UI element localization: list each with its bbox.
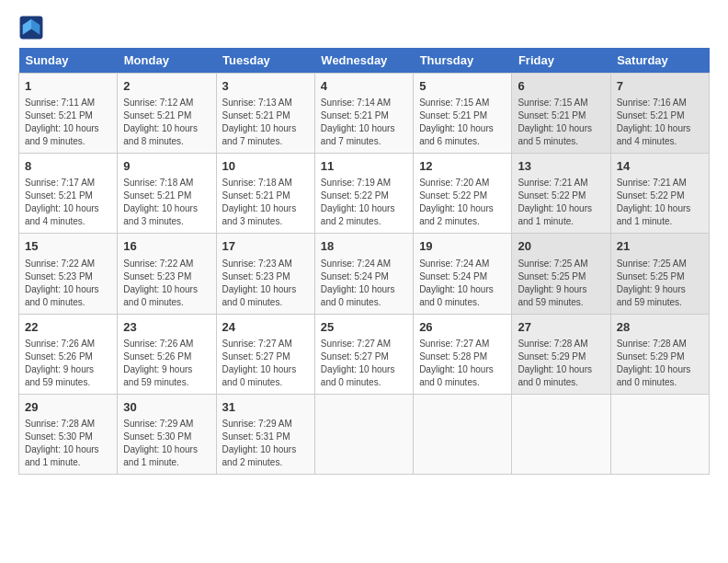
page-header bbox=[18, 15, 710, 40]
day-number: 30 bbox=[123, 399, 210, 416]
week-row-3: 15Sunrise: 7:22 AM Sunset: 5:23 PM Dayli… bbox=[19, 234, 710, 314]
week-row-2: 8Sunrise: 7:17 AM Sunset: 5:21 PM Daylig… bbox=[19, 154, 710, 234]
day-number: 26 bbox=[419, 319, 506, 336]
day-cell: 25Sunrise: 7:27 AM Sunset: 5:27 PM Dayli… bbox=[314, 314, 413, 394]
day-number: 20 bbox=[518, 238, 604, 255]
day-cell: 30Sunrise: 7:29 AM Sunset: 5:30 PM Dayli… bbox=[118, 394, 216, 474]
day-number: 7 bbox=[617, 78, 703, 95]
day-number: 29 bbox=[25, 399, 111, 416]
day-number: 3 bbox=[222, 78, 309, 95]
day-cell: 17Sunrise: 7:23 AM Sunset: 5:23 PM Dayli… bbox=[216, 234, 314, 314]
day-cell: 18Sunrise: 7:24 AM Sunset: 5:24 PM Dayli… bbox=[314, 234, 413, 314]
day-number: 6 bbox=[518, 78, 604, 95]
day-cell: 16Sunrise: 7:22 AM Sunset: 5:23 PM Dayli… bbox=[118, 234, 216, 314]
day-number: 13 bbox=[518, 158, 604, 175]
day-cell: 8Sunrise: 7:17 AM Sunset: 5:21 PM Daylig… bbox=[19, 154, 118, 234]
day-number: 4 bbox=[321, 78, 407, 95]
day-info: Sunrise: 7:28 AM Sunset: 5:29 PM Dayligh… bbox=[617, 338, 703, 389]
day-cell: 13Sunrise: 7:21 AM Sunset: 5:22 PM Dayli… bbox=[512, 154, 610, 234]
day-cell: 14Sunrise: 7:21 AM Sunset: 5:22 PM Dayli… bbox=[610, 154, 709, 234]
day-info: Sunrise: 7:15 AM Sunset: 5:21 PM Dayligh… bbox=[419, 97, 506, 148]
day-cell: 3Sunrise: 7:13 AM Sunset: 5:21 PM Daylig… bbox=[216, 74, 314, 154]
logo bbox=[18, 15, 48, 40]
day-info: Sunrise: 7:26 AM Sunset: 5:26 PM Dayligh… bbox=[123, 338, 210, 389]
day-info: Sunrise: 7:27 AM Sunset: 5:28 PM Dayligh… bbox=[419, 338, 506, 389]
day-info: Sunrise: 7:16 AM Sunset: 5:21 PM Dayligh… bbox=[617, 97, 703, 148]
day-number: 8 bbox=[25, 158, 111, 175]
day-number: 15 bbox=[25, 238, 111, 255]
header-row: SundayMondayTuesdayWednesdayThursdayFrid… bbox=[19, 48, 710, 74]
day-info: Sunrise: 7:28 AM Sunset: 5:30 PM Dayligh… bbox=[25, 418, 111, 469]
day-number: 19 bbox=[419, 238, 506, 255]
day-info: Sunrise: 7:20 AM Sunset: 5:22 PM Dayligh… bbox=[419, 177, 506, 228]
header-cell-sunday: Sunday bbox=[19, 48, 118, 74]
day-cell: 31Sunrise: 7:29 AM Sunset: 5:31 PM Dayli… bbox=[216, 394, 314, 474]
day-number: 9 bbox=[123, 158, 210, 175]
day-info: Sunrise: 7:12 AM Sunset: 5:21 PM Dayligh… bbox=[123, 97, 210, 148]
day-info: Sunrise: 7:19 AM Sunset: 5:22 PM Dayligh… bbox=[321, 177, 407, 228]
day-cell: 19Sunrise: 7:24 AM Sunset: 5:24 PM Dayli… bbox=[414, 234, 512, 314]
day-info: Sunrise: 7:27 AM Sunset: 5:27 PM Dayligh… bbox=[222, 338, 309, 389]
day-info: Sunrise: 7:23 AM Sunset: 5:23 PM Dayligh… bbox=[222, 258, 309, 309]
day-cell bbox=[512, 394, 610, 474]
day-cell: 22Sunrise: 7:26 AM Sunset: 5:26 PM Dayli… bbox=[19, 314, 118, 394]
day-number: 31 bbox=[222, 399, 309, 416]
day-cell: 9Sunrise: 7:18 AM Sunset: 5:21 PM Daylig… bbox=[118, 154, 216, 234]
day-number: 28 bbox=[617, 319, 703, 336]
day-info: Sunrise: 7:26 AM Sunset: 5:26 PM Dayligh… bbox=[25, 338, 111, 389]
day-info: Sunrise: 7:11 AM Sunset: 5:21 PM Dayligh… bbox=[25, 97, 111, 148]
day-info: Sunrise: 7:25 AM Sunset: 5:25 PM Dayligh… bbox=[518, 258, 604, 309]
day-number: 5 bbox=[419, 78, 506, 95]
day-number: 23 bbox=[123, 319, 210, 336]
day-info: Sunrise: 7:13 AM Sunset: 5:21 PM Dayligh… bbox=[222, 97, 309, 148]
day-cell bbox=[314, 394, 413, 474]
day-number: 16 bbox=[123, 238, 210, 255]
header-cell-thursday: Thursday bbox=[414, 48, 512, 74]
day-number: 25 bbox=[321, 319, 407, 336]
day-info: Sunrise: 7:17 AM Sunset: 5:21 PM Dayligh… bbox=[25, 177, 111, 228]
day-cell: 1Sunrise: 7:11 AM Sunset: 5:21 PM Daylig… bbox=[19, 74, 118, 154]
day-cell: 27Sunrise: 7:28 AM Sunset: 5:29 PM Dayli… bbox=[512, 314, 610, 394]
day-cell: 11Sunrise: 7:19 AM Sunset: 5:22 PM Dayli… bbox=[314, 154, 413, 234]
day-number: 22 bbox=[25, 319, 111, 336]
day-cell bbox=[414, 394, 512, 474]
day-info: Sunrise: 7:25 AM Sunset: 5:25 PM Dayligh… bbox=[617, 258, 703, 309]
day-info: Sunrise: 7:22 AM Sunset: 5:23 PM Dayligh… bbox=[123, 258, 210, 309]
day-info: Sunrise: 7:22 AM Sunset: 5:23 PM Dayligh… bbox=[25, 258, 111, 309]
day-info: Sunrise: 7:14 AM Sunset: 5:21 PM Dayligh… bbox=[321, 97, 407, 148]
day-info: Sunrise: 7:15 AM Sunset: 5:21 PM Dayligh… bbox=[518, 97, 604, 148]
day-cell: 21Sunrise: 7:25 AM Sunset: 5:25 PM Dayli… bbox=[610, 234, 709, 314]
day-number: 2 bbox=[123, 78, 210, 95]
day-cell: 5Sunrise: 7:15 AM Sunset: 5:21 PM Daylig… bbox=[414, 74, 512, 154]
calendar-table: SundayMondayTuesdayWednesdayThursdayFrid… bbox=[18, 48, 710, 475]
day-number: 27 bbox=[518, 319, 604, 336]
day-cell: 29Sunrise: 7:28 AM Sunset: 5:30 PM Dayli… bbox=[19, 394, 118, 474]
calendar-header: SundayMondayTuesdayWednesdayThursdayFrid… bbox=[19, 48, 710, 74]
day-cell: 10Sunrise: 7:18 AM Sunset: 5:21 PM Dayli… bbox=[216, 154, 314, 234]
day-info: Sunrise: 7:29 AM Sunset: 5:30 PM Dayligh… bbox=[123, 418, 210, 469]
day-number: 24 bbox=[222, 319, 309, 336]
day-cell: 26Sunrise: 7:27 AM Sunset: 5:28 PM Dayli… bbox=[414, 314, 512, 394]
day-cell: 7Sunrise: 7:16 AM Sunset: 5:21 PM Daylig… bbox=[610, 74, 709, 154]
day-cell: 23Sunrise: 7:26 AM Sunset: 5:26 PM Dayli… bbox=[118, 314, 216, 394]
day-cell: 15Sunrise: 7:22 AM Sunset: 5:23 PM Dayli… bbox=[19, 234, 118, 314]
day-cell: 28Sunrise: 7:28 AM Sunset: 5:29 PM Dayli… bbox=[610, 314, 709, 394]
day-cell: 12Sunrise: 7:20 AM Sunset: 5:22 PM Dayli… bbox=[414, 154, 512, 234]
day-info: Sunrise: 7:24 AM Sunset: 5:24 PM Dayligh… bbox=[419, 258, 506, 309]
day-info: Sunrise: 7:29 AM Sunset: 5:31 PM Dayligh… bbox=[222, 418, 309, 469]
day-cell: 4Sunrise: 7:14 AM Sunset: 5:21 PM Daylig… bbox=[314, 74, 413, 154]
day-cell bbox=[610, 394, 709, 474]
day-cell: 6Sunrise: 7:15 AM Sunset: 5:21 PM Daylig… bbox=[512, 74, 610, 154]
day-number: 11 bbox=[321, 158, 407, 175]
day-info: Sunrise: 7:21 AM Sunset: 5:22 PM Dayligh… bbox=[518, 177, 604, 228]
day-info: Sunrise: 7:28 AM Sunset: 5:29 PM Dayligh… bbox=[518, 338, 604, 389]
day-info: Sunrise: 7:21 AM Sunset: 5:22 PM Dayligh… bbox=[617, 177, 703, 228]
day-number: 21 bbox=[617, 238, 703, 255]
week-row-1: 1Sunrise: 7:11 AM Sunset: 5:21 PM Daylig… bbox=[19, 74, 710, 154]
header-cell-monday: Monday bbox=[118, 48, 216, 74]
day-number: 1 bbox=[25, 78, 111, 95]
day-number: 10 bbox=[222, 158, 309, 175]
week-row-4: 22Sunrise: 7:26 AM Sunset: 5:26 PM Dayli… bbox=[19, 314, 710, 394]
day-number: 18 bbox=[321, 238, 407, 255]
day-info: Sunrise: 7:18 AM Sunset: 5:21 PM Dayligh… bbox=[222, 177, 309, 228]
